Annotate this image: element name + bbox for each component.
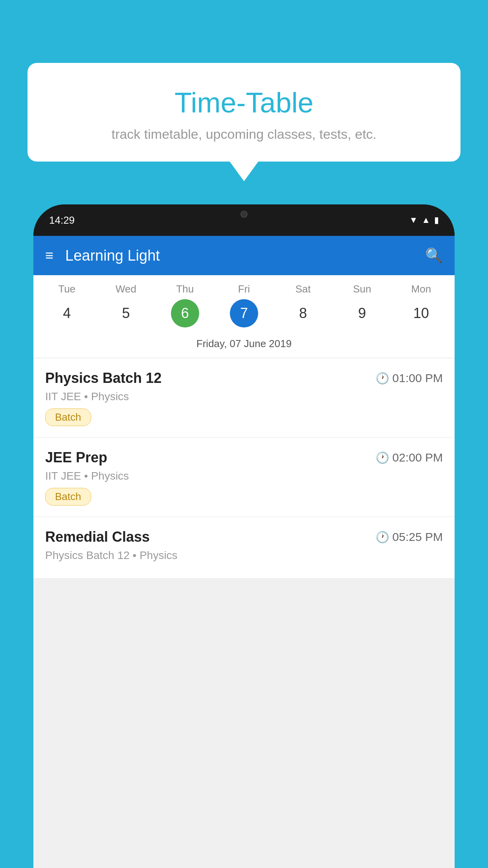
day-number[interactable]: 6 (171, 299, 199, 327)
search-icon[interactable]: 🔍 (425, 247, 443, 264)
wifi-icon: ▼ (409, 215, 418, 225)
day-col-4[interactable]: Tue4 (43, 283, 90, 327)
day-col-9[interactable]: Sun9 (339, 283, 386, 327)
day-name: Mon (411, 283, 431, 295)
bubble-title: Time-Table (47, 86, 441, 119)
day-number[interactable]: 8 (289, 299, 317, 327)
phone-frame: 14:29 ▼ ▲ ▮ ≡ Learning Light 🔍 Tue4Wed5T… (33, 204, 455, 868)
day-col-10[interactable]: Mon10 (398, 283, 445, 327)
batch-badge: Batch (45, 408, 91, 426)
schedule-item-header: Physics Batch 12🕐01:00 PM (45, 370, 443, 386)
day-name: Wed (116, 283, 136, 295)
schedule-item-time: 🕐05:25 PM (376, 530, 443, 544)
signal-icon: ▲ (422, 215, 430, 225)
status-bar: 14:29 ▼ ▲ ▮ (33, 204, 455, 236)
day-number[interactable]: 9 (348, 299, 376, 327)
battery-icon: ▮ (434, 215, 439, 225)
time-value: 01:00 PM (393, 371, 443, 385)
day-col-5[interactable]: Wed5 (102, 283, 149, 327)
time-value: 02:00 PM (393, 451, 443, 464)
schedule-item-sub: Physics Batch 12 • Physics (45, 549, 443, 562)
day-name: Thu (176, 283, 194, 295)
phone-notch (220, 204, 268, 224)
speech-bubble: Time-Table track timetable, upcoming cla… (28, 63, 460, 162)
schedule-item-time: 🕐02:00 PM (376, 451, 443, 464)
clock-icon: 🕐 (376, 372, 389, 385)
day-col-8[interactable]: Sat8 (279, 283, 327, 327)
hamburger-icon[interactable]: ≡ (45, 248, 53, 263)
schedule-item-header: Remedial Class🕐05:25 PM (45, 529, 443, 545)
batch-badge: Batch (45, 488, 91, 506)
calendar-strip: Tue4Wed5Thu6Fri7Sat8Sun9Mon10 Friday, 07… (33, 275, 455, 358)
time-value: 05:25 PM (393, 530, 443, 544)
app-bar-title: Learning Light (65, 247, 413, 264)
status-icons: ▼ ▲ ▮ (409, 215, 439, 225)
schedule-item-2[interactable]: Remedial Class🕐05:25 PMPhysics Batch 12 … (33, 517, 455, 579)
day-name: Fri (238, 283, 250, 295)
days-row: Tue4Wed5Thu6Fri7Sat8Sun9Mon10 (33, 283, 455, 327)
day-number[interactable]: 10 (407, 299, 435, 327)
day-name: Tue (58, 283, 75, 295)
app-bar: ≡ Learning Light 🔍 (33, 236, 455, 275)
schedule-item-0[interactable]: Physics Batch 12🕐01:00 PMIIT JEE • Physi… (33, 358, 455, 438)
day-number[interactable]: 5 (112, 299, 140, 327)
day-name: Sat (295, 283, 311, 295)
day-name: Sun (353, 283, 371, 295)
schedule-list: Physics Batch 12🕐01:00 PMIIT JEE • Physi… (33, 358, 455, 579)
schedule-item-name: JEE Prep (45, 449, 107, 466)
day-col-7[interactable]: Fri7 (220, 283, 268, 327)
status-time: 14:29 (49, 214, 75, 226)
bubble-subtitle: track timetable, upcoming classes, tests… (47, 127, 441, 142)
schedule-item-name: Remedial Class (45, 529, 150, 545)
clock-icon: 🕐 (376, 451, 389, 464)
app-screen: ≡ Learning Light 🔍 Tue4Wed5Thu6Fri7Sat8S… (33, 236, 455, 868)
selected-date-label: Friday, 07 June 2019 (33, 332, 455, 358)
schedule-item-name: Physics Batch 12 (45, 370, 161, 386)
schedule-item-sub: IIT JEE • Physics (45, 470, 443, 482)
day-number[interactable]: 7 (230, 299, 258, 327)
day-col-6[interactable]: Thu6 (161, 283, 209, 327)
camera-dot (240, 211, 248, 218)
schedule-item-1[interactable]: JEE Prep🕐02:00 PMIIT JEE • PhysicsBatch (33, 438, 455, 517)
clock-icon: 🕐 (376, 531, 389, 544)
schedule-item-header: JEE Prep🕐02:00 PM (45, 449, 443, 466)
schedule-item-sub: IIT JEE • Physics (45, 390, 443, 403)
day-number[interactable]: 4 (53, 299, 81, 327)
schedule-item-time: 🕐01:00 PM (376, 371, 443, 385)
